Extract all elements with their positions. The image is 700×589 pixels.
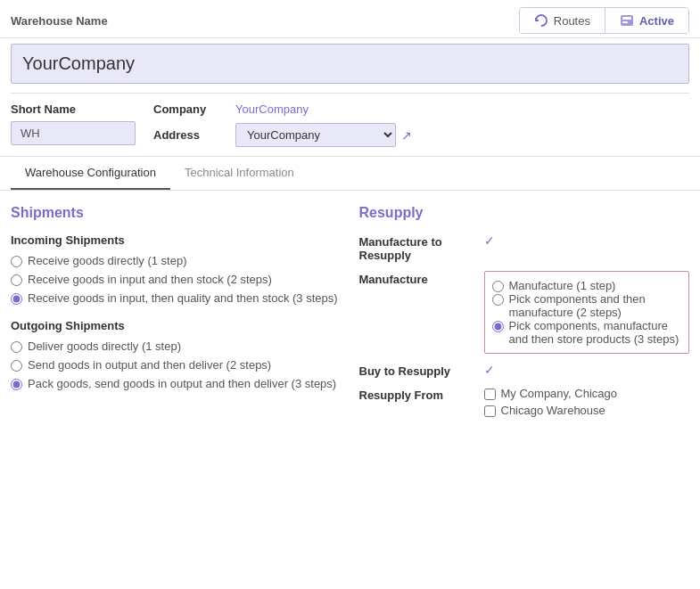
active-icon xyxy=(620,13,634,28)
top-bar: Warehouse Name Routes Active xyxy=(0,0,700,38)
address-label: Address xyxy=(153,128,225,142)
routes-label: Routes xyxy=(554,14,590,28)
warehouse-name-input[interactable] xyxy=(11,44,689,84)
company-label: Company xyxy=(153,102,225,116)
incoming-radio-group: Receive goods directly (1 step) Receive … xyxy=(11,254,342,305)
outgoing-radio-3[interactable] xyxy=(11,379,22,390)
manufacture-to-resupply-value: ✓ xyxy=(484,233,690,248)
resupply-from-checkbox-1[interactable] xyxy=(484,389,496,400)
shipments-section: Shipments Incoming Shipments Receive goo… xyxy=(11,205,359,429)
tab-content: Shipments Incoming Shipments Receive goo… xyxy=(0,191,700,444)
manufacture-label: Manufacture xyxy=(359,271,475,286)
active-button[interactable]: Active xyxy=(605,8,688,33)
fields-row: Short Name Company YourCompany Address Y… xyxy=(0,94,700,157)
outgoing-radio-2[interactable] xyxy=(11,360,22,372)
resupply-from-option-1[interactable]: My Company, Chicago xyxy=(484,387,690,400)
manufacture-to-resupply-label: Manufacture to Resupply xyxy=(359,233,475,262)
outgoing-option-2[interactable]: Send goods in output and then deliver (2… xyxy=(11,358,342,372)
resupply-title: Resupply xyxy=(359,205,690,221)
manufacture-radio-3[interactable] xyxy=(492,321,504,332)
warehouse-name-input-row xyxy=(0,38,700,93)
short-name-group: Short Name xyxy=(11,102,136,145)
resupply-from-option-2[interactable]: Chicago Warehouse xyxy=(484,404,690,417)
svg-rect-2 xyxy=(622,21,628,23)
shipments-title: Shipments xyxy=(11,205,342,221)
tabs-row: Warehouse Configuration Technical Inform… xyxy=(0,157,700,191)
incoming-option-1[interactable]: Receive goods directly (1 step) xyxy=(11,254,342,267)
manufacture-option-1[interactable]: Manufacture (1 step) xyxy=(492,279,682,292)
manufacture-row: Manufacture Manufacture (1 step) Pick co… xyxy=(359,271,690,354)
manufacture-options-box: Manufacture (1 step) Pick components and… xyxy=(484,271,690,354)
address-select[interactable]: YourCompany xyxy=(235,123,396,147)
active-label: Active xyxy=(639,14,674,28)
routes-icon xyxy=(534,13,548,28)
incoming-shipments-label: Incoming Shipments xyxy=(11,233,342,247)
incoming-option-2[interactable]: Receive goods in input and then stock (2… xyxy=(11,273,342,286)
outgoing-radio-1[interactable] xyxy=(11,341,22,353)
resupply-from-options: My Company, Chicago Chicago Warehouse xyxy=(484,387,690,421)
buy-to-resupply-row: Buy to Resupply ✓ xyxy=(359,363,690,378)
manufacture-to-resupply-row: Manufacture to Resupply ✓ xyxy=(359,233,690,262)
incoming-option-3[interactable]: Receive goods in input, then quality and… xyxy=(11,291,342,305)
manufacture-radio-2[interactable] xyxy=(492,294,504,306)
svg-rect-1 xyxy=(622,17,631,20)
resupply-from-label: Resupply From xyxy=(359,387,475,402)
incoming-radio-2[interactable] xyxy=(11,274,22,286)
short-name-label: Short Name xyxy=(11,102,136,116)
address-row: Address YourCompany ↗ xyxy=(153,123,689,147)
manufacture-to-resupply-checkmark: ✓ xyxy=(484,233,495,248)
top-actions: Routes Active xyxy=(519,7,689,34)
manufacture-option-3[interactable]: Pick components, manufacture and then st… xyxy=(492,319,682,346)
routes-button[interactable]: Routes xyxy=(520,8,605,33)
resupply-from-checkbox-2[interactable] xyxy=(484,405,496,417)
buy-to-resupply-checkmark: ✓ xyxy=(484,363,495,377)
external-link-icon[interactable]: ↗ xyxy=(401,128,412,143)
buy-to-resupply-label: Buy to Resupply xyxy=(359,363,475,378)
company-row: Company YourCompany xyxy=(153,102,689,116)
warehouse-name-label: Warehouse Name xyxy=(11,14,108,28)
outgoing-option-3[interactable]: Pack goods, send goods in output and the… xyxy=(11,377,342,390)
outgoing-radio-group: Deliver goods directly (1 step) Send goo… xyxy=(11,339,342,390)
manufacture-radio-1[interactable] xyxy=(492,281,504,292)
address-select-wrap: YourCompany ↗ xyxy=(235,123,412,147)
company-value-link[interactable]: YourCompany xyxy=(235,102,309,116)
incoming-radio-3[interactable] xyxy=(11,293,22,305)
manufacture-option-2[interactable]: Pick components and then manufacture (2 … xyxy=(492,292,682,319)
tab-technical-information[interactable]: Technical Information xyxy=(170,157,309,190)
incoming-radio-1[interactable] xyxy=(11,256,22,267)
resupply-from-row: Resupply From My Company, Chicago Chicag… xyxy=(359,387,690,421)
short-name-input[interactable] xyxy=(11,121,136,145)
company-address-section: Company YourCompany Address YourCompany … xyxy=(153,102,689,147)
resupply-section: Resupply Manufacture to Resupply ✓ Manuf… xyxy=(359,205,690,429)
outgoing-shipments-label: Outgoing Shipments xyxy=(11,319,342,332)
outgoing-option-1[interactable]: Deliver goods directly (1 step) xyxy=(11,339,342,353)
tab-warehouse-configuration[interactable]: Warehouse Configuration xyxy=(11,157,170,190)
svg-rect-0 xyxy=(621,15,633,26)
buy-to-resupply-value: ✓ xyxy=(484,363,690,377)
